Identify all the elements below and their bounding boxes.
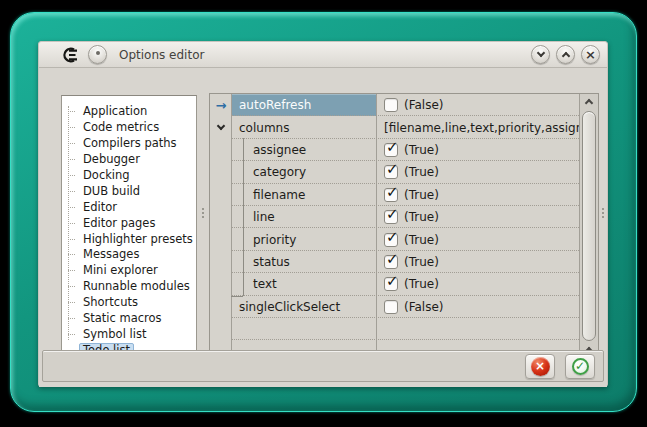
sidebar-item-label: Runnable modules (79, 279, 194, 294)
cancel-button[interactable]: × (525, 354, 555, 379)
sidebar-item-label: Highlighter presets (79, 232, 197, 247)
sidebar-item-label: Application (79, 104, 151, 119)
gutter-cell (210, 228, 232, 250)
sidebar-item-label: DUB build (79, 184, 144, 199)
property-name[interactable]: filename (232, 184, 376, 206)
checkbox-checked[interactable]: ✓ (384, 143, 398, 157)
gutter-cell (210, 206, 232, 228)
property-name[interactable]: category (232, 161, 376, 183)
accept-button[interactable]: ✓ (565, 354, 595, 379)
check-icon: ✓ (386, 139, 399, 156)
collapse-chevron-icon[interactable] (210, 116, 232, 138)
value-text: (True) (404, 277, 439, 291)
gutter-cell (210, 273, 232, 295)
sidebar-item-symbol-list[interactable]: Symbol list (76, 326, 196, 342)
empty-grid-row (210, 318, 579, 340)
property-row-singleClickSelect[interactable]: singleClickSelect(False) (210, 296, 579, 318)
value-text: (True) (404, 255, 439, 269)
property-row-assignee[interactable]: assignee✓(True) (210, 139, 579, 161)
sidebar-item-label: Editor (79, 200, 121, 215)
property-value[interactable]: ✓(True) (376, 161, 579, 183)
sidebar-item-static-macros[interactable]: Static macros (76, 311, 196, 327)
property-name[interactable]: text (232, 273, 376, 295)
close-icon: × (585, 48, 596, 61)
sidebar-item-label: Docking (79, 168, 134, 183)
property-name[interactable]: autoRefresh (232, 94, 376, 116)
sidebar-item-editor-pages[interactable]: Editor pages (76, 215, 196, 231)
sidebar-item-label: Mini explorer (79, 263, 162, 278)
checkbox-checked[interactable]: ✓ (384, 255, 398, 269)
check-icon: ✓ (386, 229, 399, 246)
scrollbar-thumb[interactable] (582, 111, 596, 341)
left-splitter-handle[interactable] (201, 208, 205, 218)
property-name[interactable]: status (232, 251, 376, 273)
sidebar-item-label: Symbol list (79, 327, 150, 342)
cancel-icon: × (531, 357, 550, 376)
property-row-autoRefresh[interactable]: →autoRefresh(False) (210, 94, 579, 116)
property-row-priority[interactable]: priority✓(True) (210, 228, 579, 250)
checkbox-checked[interactable]: ✓ (384, 277, 398, 291)
window-menu-icon (96, 51, 100, 55)
property-row-category[interactable]: category✓(True) (210, 161, 579, 183)
property-grid[interactable]: →autoRefresh(False)columns[filename,line… (209, 93, 599, 373)
property-value[interactable]: ✓(True) (376, 206, 579, 228)
property-row-filename[interactable]: filename✓(True) (210, 184, 579, 206)
sidebar-item-highlighter-presets[interactable]: Highlighter presets (76, 231, 196, 247)
checkbox-checked[interactable]: ✓ (384, 233, 398, 247)
property-value[interactable]: ✓(True) (376, 139, 579, 161)
property-row-status[interactable]: status✓(True) (210, 251, 579, 273)
property-row-line[interactable]: line✓(True) (210, 206, 579, 228)
chevron-down-icon (536, 49, 544, 57)
value-text: (True) (404, 233, 439, 247)
close-button[interactable]: × (581, 45, 600, 64)
sidebar-item-code-metrics[interactable]: Code metrics (76, 120, 196, 136)
checkbox-unchecked[interactable] (384, 300, 398, 314)
property-value[interactable]: (False) (376, 296, 579, 318)
property-value[interactable]: ✓(True) (376, 184, 579, 206)
property-row-text[interactable]: text✓(True) (210, 273, 579, 295)
category-list-panel[interactable]: ApplicationCode metricsCompilers pathsDe… (61, 95, 197, 372)
options-category-list: ApplicationCode metricsCompilers pathsDe… (62, 96, 196, 358)
property-value[interactable]: ✓(True) (376, 251, 579, 273)
sidebar-item-shortcuts[interactable]: Shortcuts (76, 295, 196, 311)
property-value[interactable]: [filename,line,text,priority,assigne (376, 116, 579, 138)
property-row-columns[interactable]: columns[filename,line,text,priority,assi… (210, 116, 579, 138)
property-value[interactable]: ✓(True) (376, 228, 579, 250)
sidebar-item-debugger[interactable]: Debugger (76, 152, 196, 168)
window-menu-button[interactable] (88, 45, 107, 64)
titlebar[interactable]: Options editor × (39, 42, 607, 68)
property-name[interactable]: priority (232, 228, 376, 250)
options-editor-window: Options editor × ApplicationCode m (38, 41, 608, 387)
sidebar-item-label: Messages (79, 247, 143, 262)
sidebar-item-application[interactable]: Application (76, 104, 196, 120)
property-name[interactable]: assignee (232, 139, 376, 161)
check-icon: ✓ (386, 206, 399, 223)
scroll-up-icon[interactable] (585, 99, 593, 107)
checkbox-checked[interactable]: ✓ (384, 210, 398, 224)
sidebar-item-dub-build[interactable]: DUB build (76, 183, 196, 199)
window-frame: Options editor × ApplicationCode m (10, 12, 637, 412)
shade-button[interactable] (531, 45, 550, 64)
grid-vertical-scrollbar[interactable] (579, 94, 598, 372)
property-value[interactable]: ✓(True) (376, 273, 579, 295)
property-name[interactable]: line (232, 206, 376, 228)
sidebar-item-docking[interactable]: Docking (76, 168, 196, 184)
right-splitter-handle[interactable] (601, 208, 605, 218)
checkbox-checked[interactable]: ✓ (384, 188, 398, 202)
sidebar-item-compilers-paths[interactable]: Compilers paths (76, 136, 196, 152)
sidebar-item-messages[interactable]: Messages (76, 247, 196, 263)
desktop-background: Options editor × ApplicationCode m (0, 0, 647, 427)
maximize-button[interactable] (556, 45, 575, 64)
property-name[interactable]: singleClickSelect (232, 296, 376, 318)
checkbox-unchecked[interactable] (384, 98, 398, 112)
sidebar-item-runnable-modules[interactable]: Runnable modules (76, 279, 196, 295)
gutter-cell (210, 139, 232, 161)
sidebar-item-mini-explorer[interactable]: Mini explorer (76, 263, 196, 279)
property-value[interactable]: (False) (376, 94, 579, 116)
property-rows: →autoRefresh(False)columns[filename,line… (210, 94, 579, 363)
sidebar-item-editor[interactable]: Editor (76, 199, 196, 215)
property-name[interactable]: columns (232, 116, 376, 138)
value-text: (False) (404, 98, 444, 112)
checkbox-checked[interactable]: ✓ (384, 165, 398, 179)
options-content: ApplicationCode metricsCompilers pathsDe… (39, 68, 607, 387)
